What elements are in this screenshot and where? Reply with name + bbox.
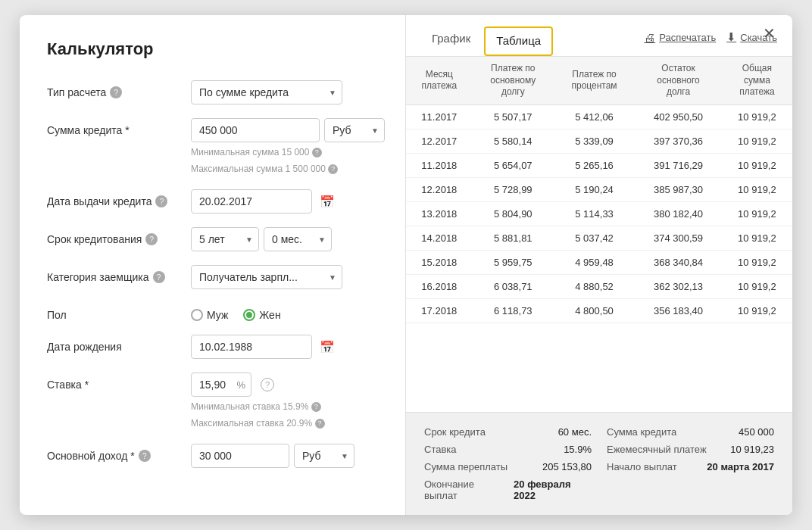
tab-table[interactable]: Таблица <box>484 26 553 56</box>
birth-row: Дата рождения 📅 <box>47 335 378 359</box>
summary-label: Сумма переплаты <box>424 461 508 472</box>
calc-type-controls: По сумме кредита ▼ <box>191 80 378 104</box>
print-button[interactable]: 🖨 Распечатать <box>644 31 716 44</box>
calc-type-help-icon[interactable]: ? <box>110 86 122 98</box>
table-row: 12.20185 728,995 190,24385 987,3010 919,… <box>406 177 792 201</box>
col-balance: Остатокосновногодолга <box>635 57 722 104</box>
table-cell: 10 919,2 <box>722 226 792 250</box>
gender-male-radio[interactable] <box>191 309 203 321</box>
category-help-icon[interactable]: ? <box>153 271 165 283</box>
download-icon: ⬇ <box>726 30 736 44</box>
panel-title: Калькулятор <box>47 39 378 59</box>
table-row: 14.20185 881,815 037,42374 300,5910 919,… <box>406 226 792 250</box>
table-cell: 5 114,33 <box>554 201 635 226</box>
close-button[interactable]: ✕ <box>758 24 780 42</box>
income-currency-select[interactable]: Руб <box>294 444 354 468</box>
table-cell: 10 919,2 <box>722 153 792 177</box>
gender-female-option[interactable]: Жен <box>243 309 280 321</box>
issue-date-help-icon[interactable]: ? <box>155 195 167 207</box>
birth-input[interactable] <box>191 335 312 359</box>
tab-graph[interactable]: График <box>421 26 481 56</box>
table-cell: 11.2017 <box>406 104 473 129</box>
table-cell: 10 919,2 <box>722 201 792 226</box>
term-input-row: 5 лет ▼ 0 мес. ▼ <box>191 227 378 251</box>
loan-hint-max-icon[interactable]: ? <box>328 164 338 174</box>
summary-box: Срок кредита60 мес.Сумма кредита450 000С… <box>406 412 792 515</box>
loan-currency-select[interactable]: Руб <box>324 118 385 142</box>
table-cell: 4 959,48 <box>554 250 635 274</box>
term-help-icon[interactable]: ? <box>145 233 158 245</box>
income-input[interactable] <box>191 444 289 468</box>
table-cell: 16.2018 <box>406 274 473 298</box>
category-select[interactable]: Получатель зарпл... <box>191 265 342 289</box>
table-cell: 5 959,75 <box>473 250 554 274</box>
issue-date-label: Дата выдачи кредита ? <box>47 189 191 207</box>
issue-date-controls: 📅 <box>191 189 378 214</box>
summary-value: 205 153,80 <box>542 461 592 472</box>
calc-type-row: Тип расчета ? По сумме кредита ▼ <box>47 80 378 104</box>
payment-table-wrap: Месяцплатежа Платеж поосновномудолгу Пла… <box>406 57 792 412</box>
gender-male-option[interactable]: Муж <box>191 309 228 321</box>
table-cell: 10 919,2 <box>722 177 792 201</box>
table-cell: 12.2018 <box>406 177 473 201</box>
table-cell: 5 654,07 <box>473 153 554 177</box>
gender-female-radio[interactable] <box>243 309 255 321</box>
left-panel: Калькулятор Тип расчета ? По сумме креди… <box>20 15 406 515</box>
term-years-select[interactable]: 5 лет <box>191 227 259 251</box>
table-cell: 14.2018 <box>406 226 473 250</box>
table-cell: 5 881,81 <box>473 226 554 250</box>
summary-row: Сумма кредита450 000 <box>607 425 774 439</box>
col-interest: Платеж попроцентам <box>554 57 635 104</box>
table-header-row: Месяцплатежа Платеж поосновномудолгу Пла… <box>406 57 792 104</box>
table-cell: 5 580,14 <box>473 129 554 153</box>
loan-hint-min-icon[interactable]: ? <box>312 148 322 157</box>
summary-row: Начало выплат20 марта 2017 <box>607 460 774 474</box>
issue-date-calendar-icon[interactable]: 📅 <box>320 195 335 209</box>
table-cell: 385 987,30 <box>635 177 722 201</box>
birth-label: Дата рождения <box>47 335 191 353</box>
table-row: 11.20175 507,175 412,06402 950,5010 919,… <box>406 104 792 129</box>
loan-hint-max: Максимальная сумма 1 500 000 ? <box>191 162 385 176</box>
issue-date-input[interactable] <box>191 189 312 214</box>
table-cell: 5 412,06 <box>554 104 635 129</box>
summary-label: Окончание выплат <box>424 479 506 501</box>
income-help-icon[interactable]: ? <box>139 450 151 462</box>
table-cell: 5 728,99 <box>473 177 554 201</box>
rate-help-icon[interactable]: ? <box>261 378 274 391</box>
issue-date-row: Дата выдачи кредита ? 📅 <box>47 189 378 214</box>
table-cell: 6 038,71 <box>473 274 554 298</box>
table-cell: 362 302,13 <box>635 274 722 298</box>
birth-calendar-icon[interactable]: 📅 <box>320 340 335 354</box>
summary-value: 60 мес. <box>558 426 592 438</box>
loan-hint-min: Минимальная сумма 15 000 ? <box>191 145 385 159</box>
table-cell: 5 507,17 <box>473 104 554 129</box>
table-row: 16.20186 038,714 880,52362 302,1310 919,… <box>406 274 792 298</box>
table-cell: 10 919,2 <box>722 104 792 129</box>
rate-hint-min-icon[interactable]: ? <box>311 402 321 412</box>
rate-input[interactable] <box>191 373 251 397</box>
calc-type-label: Тип расчета ? <box>47 80 191 98</box>
table-cell: 6 118,73 <box>473 298 554 323</box>
summary-label: Сумма кредита <box>607 426 676 438</box>
table-cell: 380 182,40 <box>635 201 722 226</box>
rate-hint-max-icon[interactable]: ? <box>315 419 325 429</box>
calc-type-select-wrap: По сумме кредита ▼ <box>191 80 342 104</box>
category-row: Категория заемщика ? Получатель зарпл...… <box>47 265 378 289</box>
table-cell: 4 880,52 <box>554 274 635 298</box>
loan-sum-input[interactable] <box>191 118 320 142</box>
term-months-select[interactable]: 0 мес. <box>264 227 332 251</box>
loan-sum-label: Сумма кредита * <box>47 118 191 136</box>
table-cell: 374 300,59 <box>635 226 722 250</box>
summary-value: 450 000 <box>739 426 774 438</box>
income-input-row: Руб ▼ <box>191 444 378 468</box>
summary-value: 15.9% <box>564 444 592 455</box>
summary-row: Окончание выплат20 февраля 2022 <box>424 477 592 503</box>
summary-row: Срок кредита60 мес. <box>424 425 592 439</box>
rate-input-row: % ? <box>191 373 378 397</box>
table-cell: 10 919,2 <box>722 274 792 298</box>
calc-type-select[interactable]: По сумме кредита <box>191 80 342 104</box>
table-row: 17.20186 118,734 800,50356 183,4010 919,… <box>406 298 792 323</box>
gender-controls: Муж Жен <box>191 303 378 321</box>
summary-label: Ставка <box>424 444 457 455</box>
gender-label: Пол <box>47 303 191 321</box>
